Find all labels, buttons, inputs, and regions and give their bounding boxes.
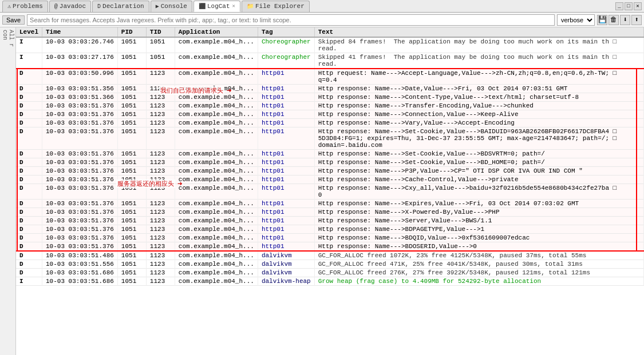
time-cell: 10-03 03:03:51.376 xyxy=(42,150,118,158)
tab-declaration[interactable]: D Declaration xyxy=(92,1,149,12)
text-cell: Http response: Name--->BDPAGETYPE,Value-… xyxy=(314,225,643,234)
table-row: D 10-03 03:03:51.366 1051 1123 com.examp… xyxy=(16,93,644,102)
save-button[interactable]: Save xyxy=(2,15,25,25)
text-cell: Http response: Name--->X-Powered-By,Valu… xyxy=(314,208,643,217)
app-cell: com.example.m04_h... xyxy=(175,150,258,158)
col-tid: TID xyxy=(146,27,175,37)
search-input[interactable] xyxy=(27,14,555,26)
tab-logcat[interactable]: ⬛ LogCat ✕ xyxy=(193,1,240,12)
scroll-top-button[interactable]: ⬆ xyxy=(631,15,642,25)
verbose-select[interactable]: verbose debug info warn error xyxy=(557,14,595,26)
level-cell: D xyxy=(16,242,42,252)
tab-fileexplorer[interactable]: 📁 File Explorer xyxy=(242,1,310,12)
pid-cell: 1051 xyxy=(117,277,146,286)
tag-cell: http01 xyxy=(258,69,314,85)
col-text: Text xyxy=(314,27,643,37)
pid-cell: 1051 xyxy=(117,234,146,242)
tab-javadoc-label: Javadoc xyxy=(60,3,86,10)
app-cell: com.example.m04_h... xyxy=(175,251,258,260)
table-row: D 10-03 03:03:51.376 1051 1123 com.examp… xyxy=(16,102,644,110)
level-cell: D xyxy=(16,184,42,200)
text-cell: GC_FOR_ALLOC freed 1072K, 23% free 4125K… xyxy=(314,251,643,260)
pid-cell: 1051 xyxy=(117,208,146,217)
time-cell: 10-03 03:03:51.376 xyxy=(42,242,118,252)
log-table: Level Time PID TID Application Tag Text … xyxy=(16,27,644,286)
pid-cell: 1051 xyxy=(117,184,146,200)
level-cell: D xyxy=(16,127,42,150)
tid-cell: 1123 xyxy=(146,110,175,119)
time-cell: 10-03 03:03:51.376 xyxy=(42,119,118,127)
tag-cell: http01 xyxy=(258,102,314,110)
table-row: D 10-03 03:03:51.376 1051 1123 com.examp… xyxy=(16,158,644,167)
tag-cell: http01 xyxy=(258,110,314,119)
close-button[interactable]: ✕ xyxy=(634,2,642,10)
table-row: D 10-03 03:03:51.686 1051 1123 com.examp… xyxy=(16,269,644,277)
tag-cell: http01 xyxy=(258,158,314,167)
time-cell: 10-03 03:03:51.686 xyxy=(42,269,118,277)
minimize-button[interactable]: _ xyxy=(615,2,623,10)
tag-cell: http01 xyxy=(258,234,314,242)
pid-cell: 1051 xyxy=(117,167,146,175)
app-cell: com.example.m04_h... xyxy=(175,277,258,286)
time-cell: 10-03 03:03:51.376 xyxy=(42,234,118,242)
tag-cell: dalvikvm xyxy=(258,251,314,260)
search-bar xyxy=(27,14,555,26)
table-row: D 10-03 03:03:51.376 1051 1123 com.examp… xyxy=(16,184,644,200)
col-pid: PID xyxy=(117,27,146,37)
tag-cell: http01 xyxy=(258,184,314,200)
level-cell: D xyxy=(16,110,42,119)
tid-cell: 1123 xyxy=(146,184,175,200)
tab-problems[interactable]: ⚠ Problems xyxy=(2,1,48,12)
time-cell: 10-03 03:03:51.376 xyxy=(42,110,118,119)
tag-cell: http01 xyxy=(258,225,314,234)
clear-button[interactable]: 🗑 xyxy=(609,15,619,25)
scroll-down-button[interactable]: ⬇ xyxy=(620,15,630,25)
fileexplorer-icon: 📁 xyxy=(247,3,254,10)
tid-cell: 1123 xyxy=(146,234,175,242)
save-log-button[interactable]: 💾 xyxy=(597,15,607,25)
maximize-button[interactable]: □ xyxy=(625,2,633,10)
level-cell: D xyxy=(16,85,42,93)
pid-cell: 1051 xyxy=(117,102,146,110)
text-cell: Http response: Name--->BDQID,Value--->0x… xyxy=(314,234,643,242)
tid-cell: 1123 xyxy=(146,200,175,208)
table-row: D 10-03 03:03:51.376 1051 1123 com.examp… xyxy=(16,200,644,208)
time-cell: 10-03 03:03:27.176 xyxy=(42,53,118,69)
tag-cell: http01 xyxy=(258,167,314,175)
table-row: D 10-03 03:03:51.376 1051 1123 com.examp… xyxy=(16,217,644,225)
time-cell: 10-03 03:03:51.376 xyxy=(42,127,118,150)
text-cell: Http response: Name--->Set-Cookie,Value-… xyxy=(314,127,643,150)
time-cell: 10-03 03:03:51.556 xyxy=(42,260,118,269)
time-cell: 10-03 03:03:51.376 xyxy=(42,102,118,110)
time-cell: 10-03 03:03:51.686 xyxy=(42,277,118,286)
pid-cell: 1051 xyxy=(117,225,146,234)
col-app: Application xyxy=(175,27,258,37)
time-cell: 10-03 03:03:51.376 xyxy=(42,175,118,184)
log-table-wrapper[interactable]: 我们自己添加的请求头 ➜ 服务器返还的相应头 ➜ Level Time PID … xyxy=(16,27,644,355)
tid-cell: 1123 xyxy=(146,102,175,110)
app-cell: com.example.m04_h... xyxy=(175,158,258,167)
time-cell: 10-03 03:03:51.366 xyxy=(42,93,118,102)
table-row: I 10-03 03:03:51.686 1051 1123 com.examp… xyxy=(16,277,644,286)
pid-cell: 1051 xyxy=(117,119,146,127)
tab-logcat-close[interactable]: ✕ xyxy=(232,3,235,9)
tid-cell: 1051 xyxy=(146,37,175,53)
col-level: Level xyxy=(16,27,42,37)
text-cell: Skipped 84 frames! The application may b… xyxy=(314,37,643,53)
tab-javadoc[interactable]: @ Javadoc xyxy=(49,1,91,12)
table-row: I 10-03 03:03:26.746 1051 1051 com.examp… xyxy=(16,37,644,53)
tid-cell: 1123 xyxy=(146,217,175,225)
level-cell: D xyxy=(16,69,42,85)
pid-cell: 1051 xyxy=(117,127,146,150)
tab-console[interactable]: ▶ Console xyxy=(151,1,192,12)
tag-cell: http01 xyxy=(258,93,314,102)
time-cell: 10-03 03:03:51.376 xyxy=(42,200,118,208)
text-cell: Http response: Name--->Server,Value--->B… xyxy=(314,217,643,225)
main-window: ⚠ Problems @ Javadoc D Declaration ▶ Con… xyxy=(0,0,644,355)
col-time: Time xyxy=(42,27,118,37)
problems-icon: ⚠ xyxy=(7,3,11,10)
tag-cell: Choreographer xyxy=(258,53,314,69)
pid-cell: 1051 xyxy=(117,53,146,69)
level-cell: D xyxy=(16,93,42,102)
tid-cell: 1123 xyxy=(146,175,175,184)
